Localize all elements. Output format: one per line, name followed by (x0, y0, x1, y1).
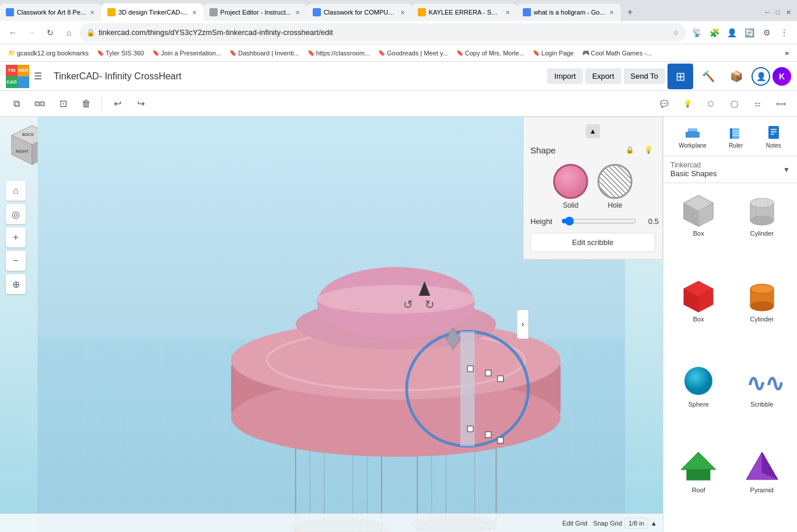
address-text: tinkercad.com/things/dYS3cY2zmSm-tinkerc… (99, 28, 669, 37)
bookmark-cool-math[interactable]: 🎮 Cool Math Games -... (579, 48, 656, 58)
shape-lock-icon[interactable]: 🔒 (623, 143, 637, 157)
shape-panel-collapse-button[interactable]: ▲ (586, 124, 600, 138)
bookmark-dashboard[interactable]: 🔖 Dashboard | Inventi... (226, 48, 302, 58)
snap-grid-arrow-icon[interactable]: ▲ (651, 520, 657, 527)
minimize-button[interactable]: ─ (763, 8, 771, 16)
close-window-button[interactable]: ✕ (784, 8, 792, 16)
hole-label: Hole (608, 201, 623, 209)
tab-close-4[interactable]: ✕ (399, 9, 406, 16)
shape-item-roof-green[interactable]: Roof (668, 444, 729, 528)
shape-item-box-grey[interactable]: Box (668, 188, 729, 271)
tab-close-2[interactable]: ✕ (191, 9, 198, 16)
tab-close-5[interactable]: ✕ (504, 9, 511, 16)
lightbulb-view-button[interactable]: 💡 (677, 93, 698, 114)
tab-classwork-computer[interactable]: Classwork for COMPUT... ✕ (307, 4, 412, 21)
home-button[interactable]: ⌂ (61, 24, 77, 41)
bookmark-goodreads[interactable]: 🔖 Goodreads | Meet y... (375, 48, 452, 58)
shape-item-box-red[interactable]: Box (668, 274, 729, 357)
tinkercad-logo[interactable]: TIN KER CAD (6, 65, 29, 88)
tab-hologram[interactable]: what is a holigram - Go... ✕ (517, 4, 621, 21)
box-grey-icon (678, 192, 719, 228)
svg-text:↻: ↻ (425, 298, 435, 311)
account-avatar[interactable]: K (772, 67, 791, 86)
roof-green-icon (678, 449, 719, 484)
shape-item-cylinder-grey[interactable]: Cylinder (732, 188, 793, 271)
redo-button[interactable]: ↪ (130, 93, 151, 114)
ruler-button[interactable]: Ruler (723, 121, 749, 151)
cast-icon[interactable]: 📡 (688, 24, 705, 41)
tab-close-3[interactable]: ✕ (294, 9, 301, 16)
send-to-button[interactable]: Send To (624, 68, 665, 84)
address-bar[interactable]: 🔒 tinkercad.com/things/dYS3cY2zmSm-tinke… (79, 23, 686, 42)
forward-button[interactable]: → (23, 24, 40, 41)
shape-view-button[interactable]: ⬡ (700, 93, 721, 114)
toolbar: ⧉ ⧉⧉ ⊡ 🗑 ↩ ↪ 💬 💡 ⬡ ◯ ⚏ ⟺ (0, 91, 797, 117)
undo-button[interactable]: ↩ (107, 93, 128, 114)
tab-tinkercad-active[interactable]: 3D design TinkerCAD-... ✕ (102, 4, 204, 21)
notes-button[interactable]: Notes (761, 121, 786, 151)
add-person-button[interactable]: 👤 (751, 67, 770, 86)
new-tab-button[interactable]: + (622, 4, 638, 20)
export-button[interactable]: Export (585, 68, 621, 84)
notes-label: Notes (766, 142, 781, 149)
sync-icon[interactable]: 🔄 (741, 24, 757, 41)
more-icon[interactable]: ⋮ (776, 24, 792, 41)
comment-view-button[interactable]: 💬 (653, 93, 674, 114)
shape-item-pyramid-purple[interactable]: Pyramid (732, 444, 793, 528)
edit-scribble-button[interactable]: Edit scribble (530, 233, 655, 252)
bookmark-login[interactable]: 🔖 Login Page (529, 48, 578, 58)
shape-bulb-icon[interactable]: 💡 (641, 143, 655, 157)
cylinder-grey-icon (742, 192, 782, 228)
bookmarks-more-button[interactable]: » (781, 47, 792, 59)
mirror-view-button[interactable]: ⟺ (770, 93, 791, 114)
back-button[interactable]: ← (5, 24, 21, 41)
section-category: Basic Shapes (670, 169, 783, 178)
tab-kaylee[interactable]: KAYLEE ERRERA - STE... ✕ (412, 4, 517, 21)
grid-view-button[interactable]: ⊞ (667, 64, 693, 89)
tab-project-editor[interactable]: Project Editor - Instruct... ✕ (204, 4, 307, 21)
3d-viewport[interactable]: RIGHT BACK ⌂ ◎ + − ⊕ (0, 117, 663, 532)
snap-grid-value[interactable]: 1/8 in (624, 518, 648, 528)
maximize-button[interactable]: □ (774, 8, 782, 16)
bookmark-copy-morle[interactable]: 🔖 Copy of Mrs. Morle... (453, 48, 528, 58)
hammer-button[interactable]: 🔨 (695, 64, 721, 89)
main-area: RIGHT BACK ⌂ ◎ + − ⊕ (0, 117, 797, 532)
hole-option[interactable]: Hole (597, 164, 632, 209)
shape-item-cylinder-orange[interactable]: Cylinder (732, 274, 793, 357)
box-button[interactable]: 📦 (723, 64, 749, 89)
workplane-button[interactable]: Workplane (674, 121, 711, 151)
reload-button[interactable]: ↻ (42, 24, 58, 41)
svg-rect-36 (467, 426, 473, 432)
circle-view-button[interactable]: ◯ (723, 93, 744, 114)
bookmark-join-presentation[interactable]: 🔖 Join a Presentation... (149, 48, 225, 58)
shape-item-sphere-teal[interactable]: Sphere (668, 359, 729, 442)
edit-grid-button[interactable]: Edit Grid (562, 520, 588, 527)
tab-classwork-art[interactable]: Classwork for Art 8 Pe... ✕ (0, 4, 102, 21)
bookmark-tyler-sis[interactable]: 🔖 Tyler SIS 360 (93, 48, 148, 58)
bookmark-classroom[interactable]: 🔖 https://classroom... (304, 48, 373, 58)
solid-option[interactable]: Solid (553, 164, 588, 209)
height-slider[interactable] (561, 216, 637, 226)
extensions-icon[interactable]: 🧩 (706, 24, 722, 41)
group-button[interactable]: ⊡ (53, 93, 74, 114)
svg-point-30 (317, 285, 474, 313)
tab-bar: Classwork for Art 8 Pe... ✕ 3D design Ti… (0, 0, 797, 21)
delete-button[interactable]: 🗑 (76, 93, 97, 114)
panel-collapse-button[interactable]: › (517, 310, 529, 339)
logo-box: TIN KER CAD (6, 65, 29, 88)
bookmark-star-icon[interactable]: ☆ (673, 29, 679, 37)
tab-close-6[interactable]: ✕ (608, 9, 615, 16)
import-button[interactable]: Import (547, 68, 583, 84)
tab-close-1[interactable]: ✕ (89, 9, 96, 16)
layers-view-button[interactable]: ⚏ (747, 93, 768, 114)
svg-rect-51 (768, 126, 779, 139)
copy-button[interactable]: ⧉ (6, 93, 27, 114)
menu-icon[interactable]: ☰ (34, 71, 42, 82)
shape-options: Solid Hole (530, 164, 655, 209)
duplicate-button[interactable]: ⧉⧉ (29, 93, 50, 114)
settings-icon[interactable]: ⚙ (758, 24, 775, 41)
shape-item-scribble[interactable]: ∿∿ Scribble (732, 359, 793, 442)
section-dropdown-arrow-icon[interactable]: ▼ (783, 166, 790, 174)
bookmark-gcasdk[interactable]: 📁 gcasdk12.org bookmarks (5, 48, 92, 58)
profile-icon[interactable]: 👤 (723, 24, 740, 41)
